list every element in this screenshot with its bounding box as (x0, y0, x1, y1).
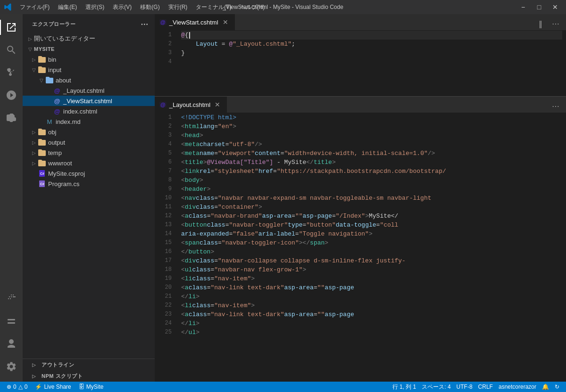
error-count: 0 (13, 384, 17, 390)
liveshare-label: Live Share (44, 384, 71, 390)
output-label: output (48, 139, 65, 146)
minimize-button[interactable]: − (516, 0, 530, 14)
bottom-line-numbers: 1234567891011121314151617181920212223242… (155, 113, 177, 382)
tree-item-bin[interactable]: ▷ bin (23, 54, 155, 65)
mysite-arrow: ▽ (26, 47, 34, 52)
main-container: エクスプローラー ⋯ ▷ 開いているエディター ▽ MYSITE ▷ (0, 14, 566, 382)
viewstart-label: _ViewStart.cshtml (63, 98, 112, 105)
language-label: asnetcorerazor (499, 384, 536, 390)
status-position[interactable]: 行 1, 列 1 (390, 382, 419, 392)
tab-layout-icon: @ (159, 102, 166, 107)
remote-icon[interactable] (0, 310, 23, 333)
warning-count: 0 (25, 384, 28, 390)
bottom-code-line-8: <body> (181, 176, 562, 185)
settings-icon[interactable] (0, 355, 23, 378)
sidebar: エクスプローラー ⋯ ▷ 開いているエディター ▽ MYSITE ▷ (23, 14, 155, 382)
bottom-code-line-5: <meta name="viewport" content="width=dev… (181, 149, 562, 158)
bottom-code-line-25: </ul> (181, 328, 562, 337)
bottom-code-line-17: <div class="navbar-collapse collapse d-s… (181, 256, 562, 265)
tree-item-input[interactable]: ▽ input (23, 65, 155, 75)
bottom-editor-content[interactable]: 1234567891011121314151617181920212223242… (155, 113, 566, 382)
open-editors-section[interactable]: ▷ 開いているエディター (23, 33, 155, 44)
close-button[interactable]: ✕ (548, 0, 562, 14)
menu-view[interactable]: 表示(V) (109, 2, 135, 12)
bottom-code-line-9: <header> (181, 185, 562, 194)
bottom-code-line-11: <div class="container"> (181, 203, 562, 212)
tree-item-temp[interactable]: ▷ temp (23, 147, 155, 158)
menu-select[interactable]: 選択(S) (82, 2, 108, 12)
npm-arrow: ▷ (32, 374, 40, 379)
status-liveshare[interactable]: ⚡ Live Share (32, 382, 74, 392)
top-code-content[interactable]: @{ Layout = @"_Layout.cshtml"; } (177, 31, 566, 96)
top-code-line-4 (181, 57, 562, 66)
indexcshtml-file-icon: @ (53, 107, 61, 115)
encoding-label: UTF-8 (457, 384, 473, 390)
outline-section[interactable]: ▷ アウトライン (23, 359, 155, 370)
status-sync[interactable]: ↻ (552, 382, 562, 392)
programcs-label: Program.cs (48, 180, 79, 188)
npm-section[interactable]: ▷ NPM スクリプト (23, 370, 155, 382)
top-editor-content[interactable]: 1 2 3 4 @{ Layout = @"_Layout.cshtml"; } (155, 31, 566, 96)
tree-item-indexmd[interactable]: ▷ M index.md (23, 116, 155, 127)
file-tree: ▷ 開いているエディター ▽ MYSITE ▷ bin ▽ (23, 32, 155, 359)
bottom-code-line-7: <link rel="stylesheet" href="https://sta… (181, 167, 562, 176)
tab-actions: ‖ ⋯ (534, 17, 566, 30)
bin-arrow: ▷ (30, 57, 38, 62)
status-errors[interactable]: ⊕ 0 △ 0 (4, 382, 30, 392)
bottom-code-line-18: <ul class="navbar-nav flex-grow-1"> (181, 265, 562, 274)
account-icon[interactable] (0, 333, 23, 355)
bottom-editor-pane: @ _Layout.cshtml ✕ ⋯ 1234567891011121314… (155, 97, 566, 382)
bin-folder-icon (38, 55, 46, 64)
status-spaces[interactable]: スペース: 4 (419, 382, 453, 392)
tree-item-output[interactable]: ▷ output (23, 137, 155, 147)
bottom-code-line-12: <a class="navbar-brand" asp-area="" asp-… (181, 212, 562, 220)
explorer-icon[interactable] (0, 16, 23, 39)
status-eol[interactable]: CRLF (475, 382, 496, 392)
docker-icon[interactable] (0, 287, 23, 310)
menu-file[interactable]: ファイル(F) (16, 2, 53, 12)
temp-folder-icon (38, 148, 46, 157)
new-file-icon[interactable]: ⋯ (140, 19, 150, 30)
tree-item-indexcshtml[interactable]: ▷ @ index.cshtml (23, 106, 155, 116)
menu-edit[interactable]: 編集(E) (54, 2, 81, 12)
warning-icon: △ (18, 384, 23, 390)
mysite-label: MySite (86, 384, 104, 390)
tab-layout-close[interactable]: ✕ (213, 100, 222, 109)
status-language[interactable]: asnetcorerazor (496, 382, 539, 392)
bottom-code-content[interactable]: <!DOCTYPE html><html lang="en"> <head> <… (177, 113, 566, 382)
about-label: about (56, 77, 71, 84)
npm-label: NPM スクリプト (42, 373, 83, 380)
tree-item-about[interactable]: ▽ about (23, 75, 155, 85)
editor-area: @ _ViewStart.cshtml ✕ ‖ ⋯ 1 2 3 4 (155, 14, 566, 382)
tree-item-wwwroot[interactable]: ▷ wwwroot (23, 158, 155, 168)
tab-viewstart-close[interactable]: ✕ (221, 18, 230, 26)
tree-item-programcs[interactable]: ▷ C# Program.cs (23, 179, 155, 189)
tab-layout[interactable]: @ _Layout.cshtml ✕ (155, 97, 227, 113)
search-icon[interactable] (0, 39, 23, 61)
indexmd-file-icon: M (45, 117, 54, 126)
bottom-code-line-22: <li class="nav-item"> (181, 301, 562, 310)
status-bell[interactable]: 🔔 (539, 382, 552, 392)
bottom-code-line-21: </li> (181, 292, 562, 301)
bottom-code-line-13: <button class="navbar-toggler" type="but… (181, 220, 562, 229)
input-label: input (48, 66, 61, 74)
run-icon[interactable] (0, 84, 23, 106)
extensions-icon[interactable] (0, 106, 23, 129)
menu-go[interactable]: 移動(G) (136, 2, 163, 12)
menu-run[interactable]: 実行(R) (165, 2, 191, 12)
tree-item-csproj[interactable]: ▷ C# MySite.csproj (23, 168, 155, 179)
more-actions-button[interactable]: ⋯ (549, 17, 562, 30)
bottom-more-actions-button[interactable]: ⋯ (549, 99, 562, 113)
tree-item-layout[interactable]: ▷ @ _Layout.cshtml (23, 85, 155, 96)
mysite-section[interactable]: ▽ MYSITE (23, 44, 155, 54)
top-line-numbers: 1 2 3 4 (155, 31, 177, 96)
tree-item-viewstart[interactable]: ▷ @ _ViewStart.cshtml (23, 96, 155, 106)
tree-item-obj[interactable]: ▷ obj (23, 127, 155, 137)
status-mysite[interactable]: 🗄 MySite (76, 382, 107, 392)
source-control-icon[interactable] (0, 61, 23, 84)
top-editor-tab-bar: @ _ViewStart.cshtml ✕ ‖ ⋯ (155, 14, 566, 31)
split-editor-button[interactable]: ‖ (534, 17, 547, 30)
maximize-button[interactable]: □ (532, 0, 546, 14)
tab-viewstart[interactable]: @ _ViewStart.cshtml ✕ (155, 14, 235, 30)
status-encoding[interactable]: UTF-8 (454, 382, 475, 392)
